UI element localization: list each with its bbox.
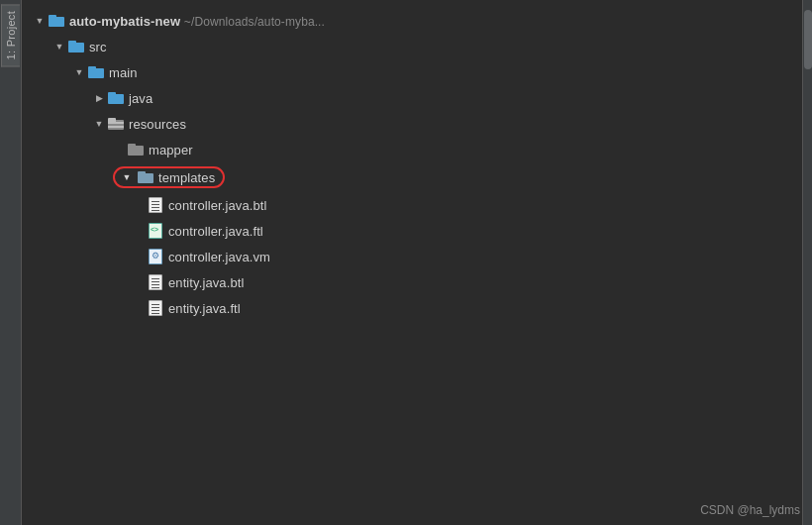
file-tree: auto-mybatis-new ~/Downloads/auto-myba..… — [22, 0, 802, 525]
tree-row-entity-ftl[interactable]: entity.java.ftl — [22, 295, 802, 321]
tree-row-resources[interactable]: resources — [22, 111, 802, 137]
folder-icon-templates — [137, 170, 154, 184]
folder-icon-root — [48, 14, 65, 28]
folder-icon-resources — [107, 117, 125, 131]
folder-templates-icon — [138, 171, 153, 183]
scrollbar[interactable] — [802, 0, 812, 525]
tree-row-templates[interactable]: templates — [22, 162, 802, 192]
tree-row-main[interactable]: main — [22, 59, 802, 85]
arrow-icon-templates — [119, 169, 135, 185]
label-entity-ftl: entity.java.ftl — [168, 301, 241, 316]
project-tab[interactable]: 1: Project — [1, 4, 20, 66]
label-templates: templates — [158, 170, 215, 185]
tree-row-root[interactable]: auto-mybatis-new ~/Downloads/auto-myba..… — [22, 8, 802, 34]
main-area: auto-mybatis-new ~/Downloads/auto-myba..… — [22, 0, 802, 525]
templates-highlight-box: templates — [113, 166, 225, 188]
label-entity-btl: entity.java.btl — [168, 275, 244, 290]
file-icon-ctrl-ftl — [147, 223, 164, 239]
left-panel: 1: Project — [0, 0, 22, 525]
file-icon-ctrl-btl — [147, 197, 164, 213]
label-controller-vm: controller.java.vm — [168, 250, 270, 264]
tree-row-controller-btl[interactable]: controller.java.btl — [22, 192, 802, 218]
folder-icon-src — [67, 40, 85, 53]
folder-striped-resources — [108, 118, 124, 130]
entity-btl-icon — [149, 274, 162, 290]
label-resources: resources — [129, 117, 186, 132]
btl-icon — [149, 197, 162, 213]
entity-ftl-icon — [149, 300, 162, 316]
vm-icon — [149, 249, 162, 264]
file-icon-entity-btl — [147, 274, 164, 290]
ftl-icon — [149, 223, 162, 239]
folder-blue-src — [68, 41, 84, 52]
folder-icon-main — [87, 65, 105, 79]
label-java: java — [129, 91, 152, 106]
tree-row-controller-ftl[interactable]: controller.java.ftl — [22, 218, 802, 244]
label-controller-btl: controller.java.btl — [168, 198, 266, 213]
file-icon-ctrl-vm — [147, 249, 164, 264]
folder-blue-root — [49, 15, 64, 27]
arrow-icon-resources — [91, 116, 107, 132]
folder-gray-mapper — [128, 144, 144, 156]
label-main: main — [109, 65, 138, 80]
watermark: CSDN @ha_lydms — [700, 503, 800, 517]
label-root: auto-mybatis-new ~/Downloads/auto-myba..… — [69, 14, 325, 29]
tree-row-entity-btl[interactable]: entity.java.btl — [22, 269, 802, 295]
scrollbar-thumb[interactable] — [804, 10, 812, 69]
label-src: src — [89, 40, 107, 54]
folder-blue-java — [108, 92, 124, 104]
label-mapper: mapper — [149, 143, 193, 158]
arrow-icon-java — [91, 90, 107, 106]
label-controller-ftl: controller.java.ftl — [168, 224, 263, 239]
tree-row-java[interactable]: java — [22, 85, 802, 111]
file-icon-entity-ftl — [147, 300, 164, 316]
folder-icon-java — [107, 91, 125, 105]
arrow-icon-root — [32, 13, 48, 29]
arrow-icon-src — [51, 39, 67, 54]
tree-row-mapper[interactable]: mapper — [22, 137, 802, 162]
tree-row-controller-vm[interactable]: controller.java.vm — [22, 244, 802, 269]
folder-icon-mapper — [127, 143, 145, 157]
arrow-icon-main — [71, 64, 87, 80]
folder-blue-main — [88, 66, 104, 78]
tree-row-src[interactable]: src — [22, 34, 802, 59]
